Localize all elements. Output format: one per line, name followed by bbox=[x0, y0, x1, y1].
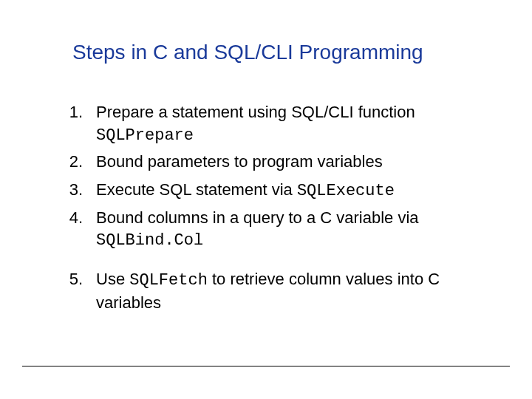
list-item: 4. Bound columns in a query to a C varia… bbox=[52, 207, 502, 252]
text-pre: Prepare a statement using SQL/CLI functi… bbox=[96, 103, 415, 121]
item-text: Execute SQL statement via SQLExecute bbox=[96, 179, 502, 202]
text-pre: Execute SQL statement via bbox=[96, 180, 297, 199]
list-item: 2. Bound parameters to program variables bbox=[52, 151, 502, 174]
code-text: SQLPrepare bbox=[96, 126, 194, 145]
list-item: 5. Use SQLFetch to retrieve column value… bbox=[52, 268, 502, 313]
code-text: SQLExecute bbox=[297, 182, 395, 200]
step-list: 1. Prepare a statement using SQL/CLI fun… bbox=[52, 101, 502, 314]
item-number: 3. bbox=[52, 179, 96, 202]
spacer bbox=[52, 256, 502, 268]
item-text: Use SQLFetch to retrieve column values i… bbox=[96, 268, 502, 313]
code-text: SQLFetch bbox=[129, 271, 208, 290]
list-item: 1. Prepare a statement using SQL/CLI fun… bbox=[52, 101, 502, 146]
item-text: Prepare a statement using SQL/CLI functi… bbox=[96, 101, 502, 146]
slide: Steps in C and SQL/CLI Programming 1. Pr… bbox=[0, 0, 532, 399]
item-text: Bound parameters to program variables bbox=[96, 151, 502, 174]
code-text: SQLBind.Col bbox=[96, 231, 203, 250]
slide-title: Steps in C and SQL/CLI Programming bbox=[72, 41, 502, 64]
item-number: 5. bbox=[52, 268, 96, 313]
item-number: 2. bbox=[52, 151, 96, 174]
item-number: 4. bbox=[52, 207, 96, 252]
text-pre: Bound parameters to program variables bbox=[96, 152, 383, 171]
text-pre: Bound columns in a query to a C variable… bbox=[96, 208, 419, 227]
horizontal-rule bbox=[22, 366, 510, 366]
item-text: Bound columns in a query to a C variable… bbox=[96, 207, 502, 252]
list-item: 3. Execute SQL statement via SQLExecute bbox=[52, 179, 502, 202]
item-number: 1. bbox=[52, 101, 96, 146]
text-pre: Use bbox=[96, 270, 129, 288]
